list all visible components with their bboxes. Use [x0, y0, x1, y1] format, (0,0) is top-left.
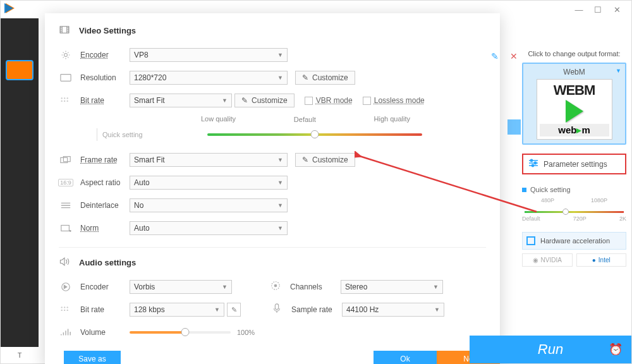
film-icon — [59, 25, 73, 36]
resolution-customize-button[interactable]: ✎Customize — [295, 71, 355, 85]
resolution-select[interactable]: 1280*720▼ — [130, 71, 288, 85]
parameter-settings-button[interactable]: Parameter settings — [522, 154, 626, 174]
video-settings-title: Video Settings — [79, 26, 136, 35]
norm-label: Norm — [80, 224, 130, 233]
audio-encoder-row: Encoder Vorbis▼ — [59, 277, 232, 297]
slider-knob[interactable] — [310, 130, 319, 138]
close-button[interactable]: ✕ — [607, 3, 626, 16]
chevron-down-icon: ▼ — [277, 52, 283, 58]
pencil-icon: ✎ — [241, 96, 248, 105]
bitrate-label: Bit rate — [80, 96, 130, 105]
output-format-card[interactable]: WebM ▼ WEBM web▸m — [522, 63, 626, 145]
audio-encoder-select[interactable]: Vorbis▼ — [130, 280, 232, 294]
svg-point-15 — [274, 284, 277, 287]
encoder-select[interactable]: VP8▼ — [130, 48, 288, 62]
norm-select[interactable]: Auto▼ — [130, 221, 288, 235]
svg-point-23 — [530, 159, 532, 161]
intel-badge: ● Intel — [576, 253, 627, 267]
run-button[interactable]: Run — [538, 341, 563, 358]
chip-icon — [526, 236, 535, 245]
aspect-select[interactable]: Auto▼ — [130, 176, 288, 190]
clock-icon[interactable]: ⏰ — [609, 343, 623, 356]
ok-button[interactable]: Ok — [374, 351, 437, 364]
minimize-button[interactable]: — — [569, 3, 588, 16]
svg-point-7 — [67, 97, 68, 99]
deinterlace-select[interactable]: No▼ — [130, 198, 288, 212]
default-quality-label: Default — [294, 116, 316, 123]
framerate-select[interactable]: Smart Fit▼ — [130, 153, 288, 167]
sidebar-slider-knob[interactable] — [562, 209, 569, 215]
run-bar: Run ⏰ — [470, 336, 631, 363]
svg-point-6 — [64, 100, 65, 102]
svg-point-12 — [70, 231, 71, 232]
audio-bitrate-select[interactable]: 128 kbps▼ — [130, 303, 224, 317]
lossless-checkbox[interactable]: Lossless mode — [363, 96, 425, 105]
chevron-down-icon: ▼ — [616, 68, 621, 74]
quality-slider[interactable] — [207, 133, 422, 136]
bitrate-select[interactable]: Smart Fit▼ — [130, 94, 232, 107]
remove-icon[interactable]: ✕ — [510, 51, 518, 61]
left-nav: T — [1, 18, 39, 363]
audio-bitrate-edit-button[interactable]: ✎ — [227, 303, 241, 317]
svg-point-19 — [64, 310, 65, 311]
sidebar-quality-slider[interactable] — [525, 211, 624, 213]
chevron-down-icon: ▼ — [277, 157, 283, 163]
svg-rect-11 — [61, 226, 70, 231]
sidebar-quick-setting: Quick setting 480P1080P Default720P2K — [522, 186, 626, 222]
channels-icon — [270, 281, 284, 293]
bitrate-customize-button[interactable]: ✎Customize — [234, 94, 295, 107]
volume-label: Volume — [80, 328, 130, 337]
audio-settings-title: Audio settings — [79, 258, 136, 267]
samplerate-select[interactable]: 44100 Hz▼ — [342, 303, 444, 317]
volume-row: Volume 100% — [59, 322, 486, 343]
bitrate-row: Bit rate Smart Fit▼ ✎Customize VBR mode … — [59, 90, 486, 111]
item-toolbar: ✎ ✕ — [491, 51, 518, 61]
audio-bitrate-icon — [59, 305, 73, 315]
chevron-down-icon: ▼ — [434, 306, 440, 313]
channels-select[interactable]: Stereo▼ — [341, 280, 443, 294]
edit-icon[interactable]: ✎ — [491, 51, 499, 61]
resolution-row: Resolution 1280*720▼ ✎Customize — [59, 68, 486, 88]
svg-rect-2 — [61, 75, 71, 82]
norm-icon — [59, 223, 73, 233]
file-strip — [507, 119, 521, 135]
volume-icon — [59, 327, 73, 337]
play-icon — [566, 100, 583, 123]
norm-row: Norm Auto▼ — [59, 218, 486, 238]
content: Video Settings Encoder VP8▼ Resolution 1… — [39, 18, 631, 363]
deinterlace-icon — [59, 200, 73, 210]
framerate-row: Frame rate Smart Fit▼ ✎Customize — [59, 150, 486, 170]
chevron-down-icon: ▼ — [214, 306, 220, 313]
save-as-button[interactable]: Save as — [64, 351, 121, 364]
webm-logo: WEBM web▸m — [537, 79, 612, 140]
deinterlace-label: Deinterlace — [80, 201, 130, 210]
sound-icon — [59, 282, 73, 292]
quick-setting-row: Quick setting — [59, 128, 486, 141]
svg-point-16 — [61, 306, 63, 308]
quick-setting-label: Quick setting — [102, 131, 143, 138]
svg-point-17 — [64, 306, 65, 308]
speaker-icon — [59, 257, 73, 268]
framerate-label: Frame rate — [80, 155, 130, 164]
output-format-title: Click to change output format: — [522, 50, 626, 58]
resolution-label: Resolution — [80, 73, 130, 82]
chevron-down-icon: ▼ — [222, 97, 228, 104]
right-sidebar: Click to change output format: WebM ▼ WE… — [522, 50, 626, 267]
audio-encoder-label: Encoder — [80, 282, 130, 291]
volume-slider[interactable] — [130, 331, 231, 334]
audio-settings-header: Audio settings — [59, 257, 486, 268]
chevron-down-icon: ▼ — [222, 284, 228, 290]
divider — [59, 247, 486, 248]
encoder-row: Encoder VP8▼ — [59, 45, 486, 65]
svg-point-5 — [61, 100, 63, 102]
hardware-accel-toggle[interactable]: Hardware acceleration — [522, 232, 626, 250]
left-nav-tab[interactable]: T — [1, 347, 39, 363]
framerate-customize-button[interactable]: ✎Customize — [295, 153, 355, 167]
chevron-down-icon: ▼ — [277, 179, 283, 186]
format-name: WebM — [527, 68, 621, 76]
samplerate-label: Sample rate — [291, 305, 342, 314]
maximize-button[interactable]: ☐ — [588, 3, 607, 16]
vbr-checkbox[interactable]: VBR mode — [305, 96, 353, 105]
left-nav-selected[interactable] — [6, 60, 33, 80]
volume-knob[interactable] — [181, 328, 190, 336]
